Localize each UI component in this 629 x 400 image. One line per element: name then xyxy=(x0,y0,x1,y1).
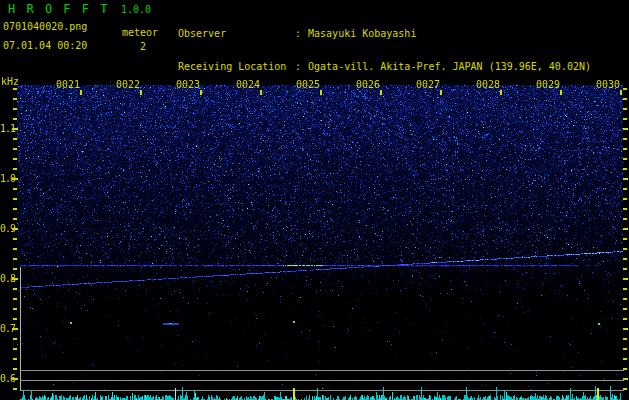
time-label-0027: 0027 xyxy=(412,79,440,90)
time-label-0026: 0026 xyxy=(352,79,380,90)
y-axis-unit-label: kHz xyxy=(1,76,19,87)
freq-label-1.0: 1.0 xyxy=(0,173,15,184)
time-label-0022: 0022 xyxy=(112,79,140,90)
hrofft-window: H R O F F T 1.0.0 0701040020.png meteor … xyxy=(0,0,629,400)
freq-label-0.7: 0.7 xyxy=(0,323,15,334)
time-label-0028: 0028 xyxy=(472,79,500,90)
freq-label-1.1: 1.1 xyxy=(0,123,15,134)
time-label-0030: 0030 xyxy=(592,79,620,90)
time-label-0025: 0025 xyxy=(292,79,320,90)
spectrogram-canvas xyxy=(0,0,629,400)
freq-label-0.8: 0.8 xyxy=(0,273,15,284)
freq-label-0.9: 0.9 xyxy=(0,223,15,234)
time-label-0024: 0024 xyxy=(232,79,260,90)
time-label-0021: 0021 xyxy=(52,79,80,90)
time-label-0029: 0029 xyxy=(532,79,560,90)
time-label-0023: 0023 xyxy=(172,79,200,90)
freq-label-0.6: 0.6 xyxy=(0,373,15,384)
